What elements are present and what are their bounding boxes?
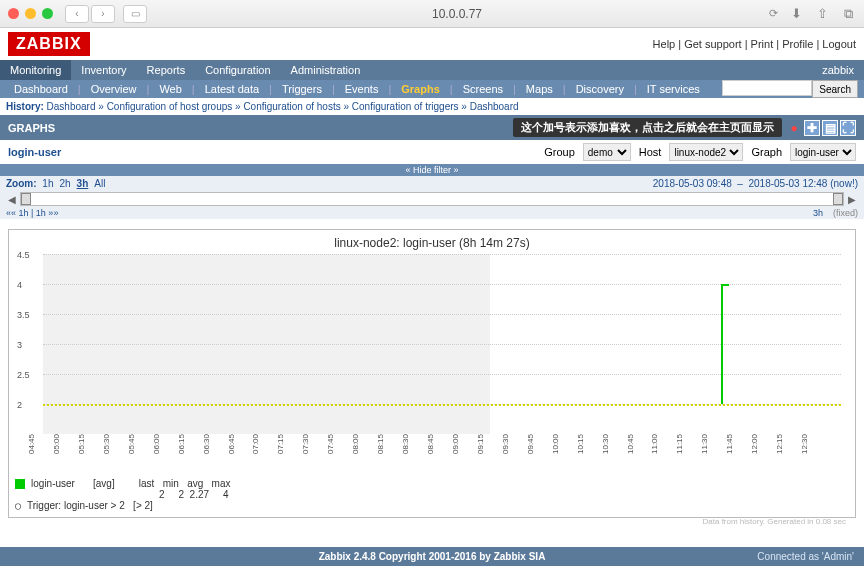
history-link[interactable]: Dashboard — [47, 101, 96, 112]
range-to: 2018-05-03 12:48 (now!) — [748, 178, 858, 189]
page-footer: Zabbix 2.4.8 Copyright 2001-2016 by Zabb… — [0, 547, 864, 566]
chart-title: linux-node2: login-user (8h 14m 27s) — [15, 236, 849, 250]
fullscreen-icon[interactable]: ⛶ — [840, 120, 856, 136]
breadcrumb: History: Dashboard » Configuration of ho… — [0, 98, 864, 115]
sub-menu: Dashboard| Overview| Web| Latest data| T… — [0, 80, 864, 98]
history-link[interactable]: Configuration of hosts — [243, 101, 340, 112]
minimize-icon[interactable] — [25, 8, 36, 19]
history-link[interactable]: Dashboard — [470, 101, 519, 112]
graph-label: Graph — [751, 146, 782, 158]
current-user: zabbix — [812, 60, 864, 80]
data-line — [721, 284, 723, 404]
chart-container: linux-node2: login-user (8h 14m 27s) 4.5… — [8, 229, 856, 518]
submenu-graphs[interactable]: Graphs — [393, 80, 448, 98]
nav-left[interactable]: «« 1h | 1h »» — [6, 208, 58, 218]
main-menu: Monitoring Inventory Reports Configurati… — [0, 60, 864, 80]
submenu-overview[interactable]: Overview — [83, 80, 145, 98]
zoom-2h[interactable]: 2h — [59, 178, 70, 189]
graph-select[interactable]: login-user — [790, 143, 856, 161]
slider-left-icon[interactable]: ◀ — [6, 194, 18, 205]
time-slider[interactable]: ◀ ▶ — [0, 191, 864, 207]
forward-button[interactable]: › — [91, 5, 115, 23]
traffic-lights — [8, 8, 53, 19]
group-label: Group — [544, 146, 575, 158]
sidebar-button[interactable]: ▭ — [123, 5, 147, 23]
trigger-line — [43, 404, 841, 406]
slider-handle-right[interactable] — [833, 193, 843, 205]
reload-icon[interactable]: ⟳ — [769, 7, 778, 20]
submenu-events[interactable]: Events — [337, 80, 387, 98]
header-links[interactable]: Help | Get support | Print | Profile | L… — [653, 38, 856, 50]
tabs-icon[interactable]: ⧉ — [840, 6, 856, 22]
submenu-discovery[interactable]: Discovery — [568, 80, 632, 98]
page-title: login-user — [8, 146, 61, 158]
maximize-icon[interactable] — [42, 8, 53, 19]
download-icon[interactable]: ⬇ — [788, 6, 804, 22]
submenu-web[interactable]: Web — [151, 80, 189, 98]
zoom-1h[interactable]: 1h — [42, 178, 53, 189]
history-link[interactable]: Configuration of host groups — [107, 101, 233, 112]
slider-right-icon[interactable]: ▶ — [846, 194, 858, 205]
menu-inventory[interactable]: Inventory — [71, 60, 136, 80]
submenu-triggers[interactable]: Triggers — [274, 80, 330, 98]
x-axis: 04:4505:0005:1505:3005:4506:0006:1506:30… — [43, 438, 841, 470]
menu-administration[interactable]: Administration — [281, 60, 371, 80]
record-icon[interactable]: ● — [786, 120, 802, 136]
history-link[interactable]: Configuration of triggers — [352, 101, 459, 112]
zoom-3h[interactable]: 3h — [77, 178, 89, 189]
search-input[interactable] — [722, 80, 812, 96]
slider-handle-left[interactable] — [21, 193, 31, 205]
back-button[interactable]: ‹ — [65, 5, 89, 23]
search-button[interactable]: Search — [812, 80, 858, 98]
connected-as: Connected as 'Admin' — [757, 551, 854, 562]
menu-monitoring[interactable]: Monitoring — [0, 60, 71, 80]
host-label: Host — [639, 146, 662, 158]
close-icon[interactable] — [8, 8, 19, 19]
zoom-all[interactable]: All — [94, 178, 105, 189]
range-from: 2018-05-03 09:48 — [653, 178, 732, 189]
browser-titlebar: ‹ › ▭ 10.0.0.77 ⟳ ⬇ ⇧ ⧉ — [0, 0, 864, 28]
chart-plot: 4.5 4 3.5 3 2.5 2 — [43, 254, 841, 434]
legend-color-swatch — [15, 479, 25, 489]
submenu-dashboard[interactable]: Dashboard — [6, 80, 76, 98]
section-title: GRAPHS — [8, 122, 55, 134]
chart-legend: login-user [avg] last min avg max 2 2 2.… — [15, 478, 849, 511]
chart-footer-text: Data from history. Generated in 0.08 sec — [703, 517, 846, 526]
copyright: Zabbix 2.4.8 Copyright 2001-2016 by Zabb… — [8, 551, 856, 562]
nav-duration: 3h — [813, 208, 823, 218]
submenu-maps[interactable]: Maps — [518, 80, 561, 98]
host-select[interactable]: linux-node2 — [669, 143, 743, 161]
logo: ZABBIX — [8, 32, 90, 56]
url-bar[interactable]: 10.0.0.77 — [155, 7, 759, 21]
menu-reports[interactable]: Reports — [137, 60, 196, 80]
share-icon[interactable]: ⇧ — [814, 6, 830, 22]
tooltip: 这个加号表示添加喜欢，点击之后就会在主页面显示 — [513, 118, 782, 137]
submenu-screens[interactable]: Screens — [455, 80, 511, 98]
group-select[interactable]: demo — [583, 143, 631, 161]
hide-filter-toggle[interactable]: « Hide filter » — [0, 164, 864, 176]
submenu-itservices[interactable]: IT services — [639, 80, 708, 98]
slider-track[interactable] — [20, 192, 844, 206]
menu-icon[interactable]: ▤ — [822, 120, 838, 136]
nav-fixed: (fixed) — [833, 208, 858, 218]
submenu-latest[interactable]: Latest data — [197, 80, 267, 98]
favorite-add-icon[interactable]: ✚ — [804, 120, 820, 136]
menu-configuration[interactable]: Configuration — [195, 60, 280, 80]
